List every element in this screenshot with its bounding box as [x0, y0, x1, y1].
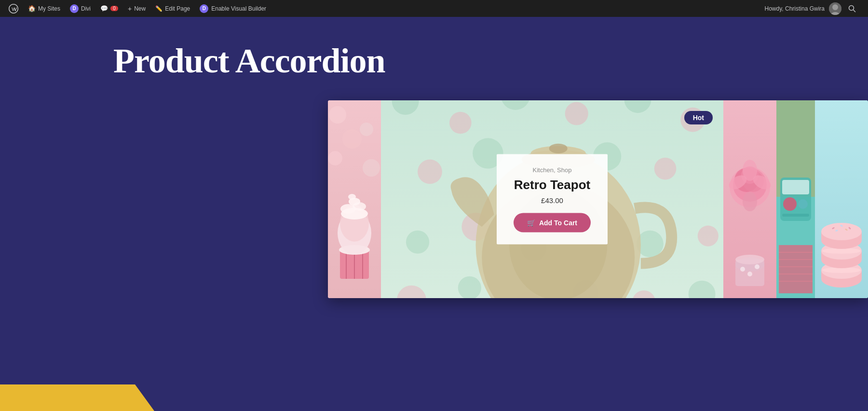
svg-line-4	[853, 10, 855, 12]
bottom-arrow-decoration	[0, 384, 154, 411]
accordion-panel-radio[interactable]	[776, 100, 815, 298]
accordion-panel-cupcake[interactable]	[328, 100, 381, 298]
svg-point-25	[449, 112, 472, 134]
svg-point-9	[328, 151, 342, 165]
divi-vb-icon: D	[200, 4, 208, 13]
wp-logo-item[interactable]	[4, 0, 23, 17]
enable-vb-item[interactable]: D Enable Visual Builder	[195, 0, 271, 17]
svg-point-3	[849, 5, 854, 10]
svg-point-65	[735, 255, 764, 264]
divi-label: Divi	[81, 5, 91, 12]
svg-point-30	[418, 160, 442, 184]
accordion-panel-macaroons[interactable]	[815, 100, 868, 298]
svg-rect-75	[782, 214, 809, 217]
howdy-text: Howdy, Christina Gwira	[765, 5, 825, 12]
svg-point-40	[698, 226, 719, 247]
enable-vb-label: Enable Visual Builder	[211, 5, 266, 12]
product-price: £43.00	[514, 196, 591, 205]
divi-item[interactable]: D Divi	[65, 0, 95, 17]
comments-item[interactable]: 💬 0	[95, 0, 123, 17]
svg-rect-72	[782, 180, 809, 194]
svg-point-51	[549, 144, 568, 153]
radio-bg	[776, 100, 815, 298]
product-name: Retro Teapot	[514, 178, 591, 192]
new-label: New	[134, 5, 146, 12]
cart-icon: 🛒	[527, 219, 535, 227]
my-sites-item[interactable]: 🏠 My Sites	[23, 0, 65, 17]
rose-bg	[723, 100, 776, 298]
pencil-icon: ✏️	[155, 5, 163, 12]
svg-point-10	[363, 159, 380, 177]
svg-point-8	[342, 129, 362, 149]
svg-point-66	[740, 267, 745, 272]
svg-point-7	[360, 123, 373, 136]
admin-bar-right: Howdy, Christina Gwira	[765, 0, 864, 17]
svg-point-68	[747, 272, 752, 276]
svg-point-62	[743, 192, 757, 211]
svg-point-61	[743, 160, 757, 181]
edit-page-item[interactable]: ✏️ Edit Page	[150, 0, 195, 17]
new-item[interactable]: + New	[123, 0, 150, 17]
admin-bar: 🏠 My Sites D Divi 💬 0 + New ✏️ Edit Page…	[0, 0, 868, 17]
svg-point-74	[798, 199, 808, 209]
house-icon: 🏠	[28, 5, 36, 12]
divi-icon: D	[70, 4, 79, 13]
svg-point-27	[565, 102, 588, 125]
search-button[interactable]	[843, 0, 860, 17]
svg-point-73	[783, 197, 797, 211]
my-sites-label: My Sites	[38, 5, 60, 12]
cupcake-bg	[328, 100, 381, 298]
hot-badge: Hot	[684, 111, 713, 124]
accordion-panel-rose[interactable]	[723, 100, 776, 298]
svg-point-35	[406, 231, 429, 254]
svg-point-1	[832, 4, 838, 10]
svg-point-22	[348, 194, 356, 200]
svg-point-34	[654, 158, 677, 180]
accordion-panel-teapot[interactable]: Hot Kitchen, Shop Retro Teapot £43.00 🛒 …	[381, 100, 723, 298]
product-category: Kitchen, Shop	[514, 166, 591, 174]
comment-icon: 💬	[100, 5, 108, 12]
svg-point-67	[755, 264, 760, 269]
product-card: Kitchen, Shop Retro Teapot £43.00 🛒 Add …	[497, 154, 608, 245]
page-title: Product Accordion	[0, 17, 868, 100]
add-to-cart-label: Add To Cart	[539, 219, 577, 227]
main-content: Product Accordion	[0, 17, 868, 411]
macaroons-bg	[815, 100, 868, 298]
comments-count: 0	[110, 6, 118, 11]
svg-point-6	[329, 106, 346, 123]
user-avatar[interactable]	[829, 2, 841, 15]
product-accordion[interactable]: Hot Kitchen, Shop Retro Teapot £43.00 🛒 …	[328, 100, 868, 298]
plus-icon: +	[128, 5, 132, 13]
edit-page-label: Edit Page	[165, 5, 190, 12]
add-to-cart-button[interactable]: 🛒 Add To Cart	[514, 213, 591, 233]
